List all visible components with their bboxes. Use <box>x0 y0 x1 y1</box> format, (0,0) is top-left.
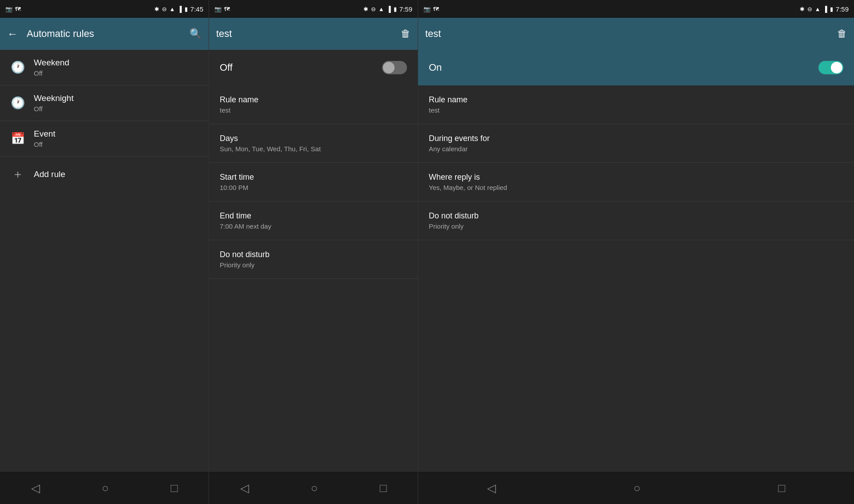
battery-icon: ▮ <box>185 6 188 12</box>
rule-item-weeknight[interactable]: 🕐 Weeknight Off <box>0 85 209 121</box>
settings-label-start-time-mid: Start time <box>220 173 407 182</box>
rule-text-weekend: Weekend Off <box>34 58 69 77</box>
nav-back-right[interactable]: ◁ <box>478 477 505 500</box>
photo-icon: 📷 <box>5 6 12 12</box>
delete-button-right[interactable]: 🗑 <box>837 28 847 40</box>
wifi-icon: ▲ <box>169 6 175 12</box>
nav-recents-right[interactable]: □ <box>769 477 794 500</box>
app-bar-mid: test 🗑 <box>209 18 418 50</box>
rule-name-weeknight: Weeknight <box>34 93 73 103</box>
signal-icon-right: ▐ <box>823 6 827 12</box>
time-left: 7:45 <box>190 5 203 13</box>
toggle-switch-right[interactable] <box>818 61 843 74</box>
bluetooth-icon-right: ✱ <box>800 6 805 12</box>
rule-status-weeknight: Off <box>34 105 73 113</box>
bottom-nav-mid: ◁ ○ □ <box>209 472 418 504</box>
settings-value-dnd-mid: Priority only <box>220 261 407 269</box>
dnd-icon-right: ⊖ <box>807 6 812 12</box>
mid-panel: 📷 🗺 ✱ ⊖ ▲ ▐ ▮ 7:59 test 🗑 Off Rule name … <box>209 0 418 504</box>
nav-recents-mid[interactable]: □ <box>371 477 396 500</box>
status-right-icons-left: ✱ ⊖ ▲ ▐ ▮ 7:45 <box>154 5 203 13</box>
settings-list-mid: Rule name test Days Sun, Mon, Tue, Wed, … <box>209 85 418 472</box>
time-right: 7:59 <box>836 5 849 13</box>
app-title-left: Automatic rules <box>27 28 181 40</box>
app-bar-left: ← Automatic rules 🔍 <box>0 18 209 50</box>
left-panel: 📷 🗺 ✱ ⊖ ▲ ▐ ▮ 7:45 ← Automatic rules 🔍 🕐… <box>0 0 209 504</box>
settings-label-dnd-mid: Do not disturb <box>220 250 407 259</box>
signal-icon: ▐ <box>178 6 182 12</box>
maps-icon: 🗺 <box>15 6 21 12</box>
toggle-thumb-mid <box>383 62 395 73</box>
rule-name-event: Event <box>34 129 56 139</box>
status-bar-left: 📷 🗺 ✱ ⊖ ▲ ▐ ▮ 7:45 <box>0 0 209 18</box>
settings-item-where-reply-right[interactable]: Where reply is Yes, Maybe, or Not replie… <box>418 163 854 202</box>
settings-value-end-time-mid: 7:00 AM next day <box>220 222 407 230</box>
settings-label-end-time-mid: End time <box>220 211 407 221</box>
nav-home-left[interactable]: ○ <box>93 477 118 500</box>
status-bar-right: 📷 🗺 ✱ ⊖ ▲ ▐ ▮ 7:59 <box>418 0 854 18</box>
settings-item-during-events-right[interactable]: During events for Any calendar <box>418 124 854 163</box>
bottom-nav-right: ◁ ○ □ <box>418 472 854 504</box>
signal-icon-mid: ▐ <box>387 6 391 12</box>
photo-icon-right: 📷 <box>423 6 431 12</box>
nav-home-mid[interactable]: ○ <box>302 477 327 500</box>
rule-item-weekend[interactable]: 🕐 Weekend Off <box>0 50 209 85</box>
toggle-row-right: On <box>418 50 854 85</box>
settings-value-dnd-right: Priority only <box>429 222 843 230</box>
dnd-icon: ⊖ <box>162 6 167 12</box>
maps-icon-right: 🗺 <box>433 6 439 12</box>
settings-item-start-time-mid[interactable]: Start time 10:00 PM <box>209 163 418 202</box>
battery-icon-right: ▮ <box>830 6 833 12</box>
settings-label-where-reply-right: Where reply is <box>429 173 843 182</box>
nav-home-right[interactable]: ○ <box>624 477 649 500</box>
settings-label-dnd-right: Do not disturb <box>429 211 843 221</box>
dnd-icon-mid: ⊖ <box>371 6 376 12</box>
app-bar-right: test 🗑 <box>418 18 854 50</box>
settings-value-days-mid: Sun, Mon, Tue, Wed, Thu, Fri, Sat <box>220 145 407 153</box>
status-icons-right-left: 📷 🗺 <box>423 6 439 12</box>
rule-text-event: Event Off <box>34 129 56 148</box>
toggle-label-right: On <box>429 62 442 73</box>
settings-item-end-time-mid[interactable]: End time 7:00 AM next day <box>209 202 418 240</box>
bottom-nav-left: ◁ ○ □ <box>0 472 209 504</box>
settings-item-days-mid[interactable]: Days Sun, Mon, Tue, Wed, Thu, Fri, Sat <box>209 124 418 163</box>
rule-item-event[interactable]: 📅 Event Off <box>0 121 209 157</box>
clock-icon-weekend: 🕐 <box>11 60 25 74</box>
app-title-mid: test <box>216 28 392 40</box>
toggle-switch-mid[interactable] <box>382 61 407 74</box>
settings-value-rule-name-mid: test <box>220 106 407 114</box>
add-rule-item[interactable]: ＋ Add rule <box>0 157 209 192</box>
delete-button-mid[interactable]: 🗑 <box>401 28 411 40</box>
status-icons-mid-left: 📷 🗺 <box>214 6 230 12</box>
nav-back-mid[interactable]: ◁ <box>231 477 258 500</box>
settings-label-rule-name-mid: Rule name <box>220 95 407 105</box>
settings-label-rule-name-right: Rule name <box>429 95 843 105</box>
nav-back-left[interactable]: ◁ <box>22 477 49 500</box>
status-right-icons-mid: ✱ ⊖ ▲ ▐ ▮ 7:59 <box>363 5 412 13</box>
settings-item-rule-name-right[interactable]: Rule name test <box>418 85 854 124</box>
settings-item-rule-name-mid[interactable]: Rule name test <box>209 85 418 124</box>
nav-recents-left[interactable]: □ <box>162 477 187 500</box>
clock-icon-weeknight: 🕐 <box>11 96 25 110</box>
settings-value-where-reply-right: Yes, Maybe, or Not replied <box>429 184 843 191</box>
settings-label-during-events-right: During events for <box>429 134 843 143</box>
calendar-icon-event: 📅 <box>11 132 25 145</box>
settings-item-dnd-right[interactable]: Do not disturb Priority only <box>418 202 854 240</box>
settings-value-start-time-mid: 10:00 PM <box>220 184 407 191</box>
wifi-icon-mid: ▲ <box>379 6 384 12</box>
settings-item-dnd-mid[interactable]: Do not disturb Priority only <box>209 240 418 279</box>
maps-icon-mid: 🗺 <box>224 6 230 12</box>
back-button-left[interactable]: ← <box>7 28 18 40</box>
settings-value-rule-name-right: test <box>429 106 843 114</box>
status-bar-mid: 📷 🗺 ✱ ⊖ ▲ ▐ ▮ 7:59 <box>209 0 418 18</box>
rule-name-weekend: Weekend <box>34 58 69 68</box>
search-button-left[interactable]: 🔍 <box>189 28 201 40</box>
battery-icon-mid: ▮ <box>394 6 397 12</box>
add-icon: ＋ <box>11 166 25 182</box>
app-title-right: test <box>425 28 828 40</box>
photo-icon-mid: 📷 <box>214 6 222 12</box>
settings-label-days-mid: Days <box>220 134 407 143</box>
rule-status-weekend: Off <box>34 69 69 77</box>
rule-text-weeknight: Weeknight Off <box>34 93 73 113</box>
add-rule-label: Add rule <box>34 169 65 179</box>
